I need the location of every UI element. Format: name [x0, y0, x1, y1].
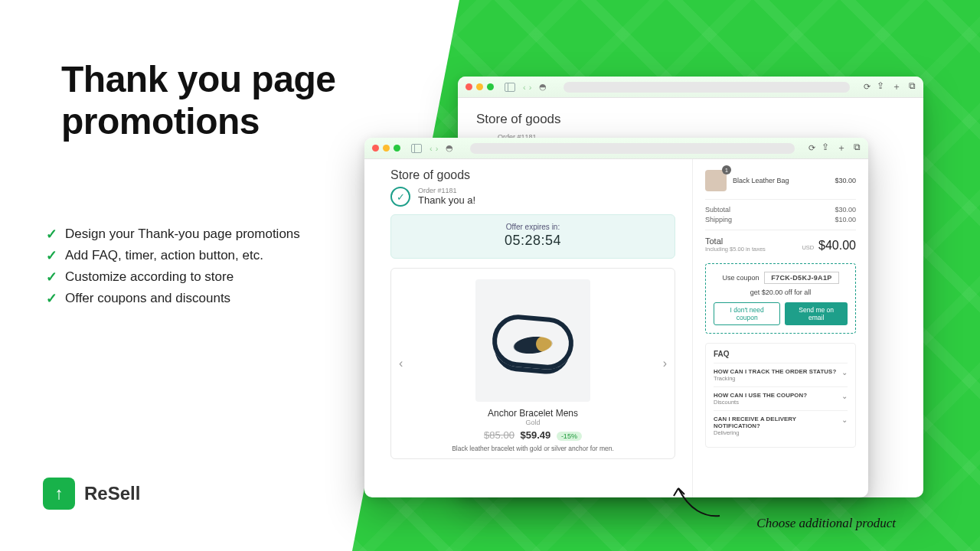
coupon-box: Use coupon F7CK-D5KJ-9A1P get $20.00 off…	[705, 263, 856, 334]
browser-chrome: ‹› ◓ ⟳ ⇪ ＋ ⧉	[364, 138, 868, 159]
carousel-next-icon[interactable]: ›	[658, 352, 671, 375]
coupon-code[interactable]: F7CK-D5KJ-9A1P	[764, 272, 838, 284]
faq-question: HOW CAN I USE THE COUPON?	[714, 392, 807, 399]
subtotal-value: $30.00	[835, 206, 856, 214]
total-row: Total Including $5.00 in taxes USD $40.0…	[705, 236, 856, 253]
sidebar-toggle-icon[interactable]	[505, 83, 515, 92]
headline-line2: promotions	[61, 101, 260, 142]
subtotal-label: Subtotal	[705, 206, 730, 214]
product-price: $85.00 $59.49 -15%	[397, 429, 668, 441]
traffic-lights[interactable]	[466, 83, 494, 90]
faq-item[interactable]: CAN I RECEIVE A DELIVERY NOTIFICATION? D…	[714, 410, 848, 441]
cart-qty-badge: 1	[722, 165, 731, 174]
bullet-row: ✓ Add FAQ, timer, action button, etc.	[46, 248, 300, 263]
offer-label: Offer expires in:	[391, 223, 675, 231]
cart-line-item: 1 Black Leather Bag $30.00	[705, 170, 856, 191]
faq-heading: FAQ	[714, 350, 848, 358]
currency-code: USD	[802, 244, 814, 251]
sidebar-toggle-icon[interactable]	[411, 144, 422, 153]
check-icon: ✓	[46, 292, 57, 305]
faq-item[interactable]: HOW CAN I TRACK THE ORDER STATUS? Tracki…	[714, 363, 848, 386]
nav-arrows[interactable]: ‹›	[428, 144, 439, 153]
new-tab-icon[interactable]: ＋	[837, 142, 846, 155]
faq-question: CAN I RECEIVE A DELIVERY NOTIFICATION?	[714, 416, 841, 429]
tax-note: Including $5.00 in taxes	[705, 246, 766, 253]
bullet-text: Customize according to store	[65, 269, 234, 285]
order-summary: 1 Black Leather Bag $30.00 Subtotal $30.…	[692, 159, 868, 497]
offer-timer: 05:28:54	[391, 233, 675, 249]
coupon-decline-button[interactable]: I don't need coupon	[714, 302, 780, 325]
shipping-value: $10.00	[835, 216, 856, 223]
chevron-down-icon: ⌄	[841, 392, 848, 400]
url-bar[interactable]	[470, 143, 795, 154]
faq-section: FAQ HOW CAN I TRACK THE ORDER STATUS? Tr…	[705, 343, 856, 448]
faq-item[interactable]: HOW CAN I USE THE COUPON? Discounts ⌄	[714, 386, 848, 410]
tabs-icon[interactable]: ⧉	[854, 142, 861, 155]
browser-chrome: ‹› ◓ ⟳ ⇪ ＋ ⧉	[458, 77, 923, 98]
bullet-row: ✓ Design your Thank-you page promotions	[46, 227, 300, 242]
product-image	[475, 279, 590, 402]
bullet-row: ✓ Customize according to store	[46, 269, 300, 285]
carousel-prev-icon[interactable]: ‹	[394, 352, 407, 375]
brand-name: ReSell	[84, 483, 140, 504]
price-old: $85.00	[484, 429, 514, 441]
order-number: Order #1181	[418, 187, 475, 195]
brand-glyph: ↑	[55, 484, 64, 504]
offer-timer-box: Offer expires in: 05:28:54	[390, 214, 675, 259]
url-bar[interactable]	[564, 82, 850, 93]
product-variant: Gold	[397, 419, 668, 426]
store-name: Store of goods	[390, 168, 675, 182]
thank-you-message: Thank you a!	[418, 194, 475, 206]
faq-category: Delivering	[714, 429, 841, 436]
bullet-text: Offer coupons and discounts	[65, 291, 230, 306]
check-icon: ✓	[46, 249, 57, 262]
tabs-icon[interactable]: ⧉	[909, 80, 916, 93]
promo-slide: Thank you page promotions ✓ Design your …	[0, 0, 980, 551]
share-icon[interactable]: ⇪	[822, 142, 829, 155]
coupon-use-label: Use coupon	[722, 274, 759, 282]
cart-item-thumb: 1	[705, 170, 727, 191]
shield-icon: ◓	[539, 82, 547, 92]
shipping-label: Shipping	[705, 216, 732, 223]
coupon-email-button[interactable]: Send me on email	[785, 302, 848, 325]
page-headline: Thank you page promotions	[61, 58, 335, 142]
faq-question: HOW CAN I TRACK THE ORDER STATUS?	[714, 368, 836, 375]
coupon-get-label: get $20.00 off for all	[714, 289, 848, 296]
upsell-product-card: ‹ › Anchor Bracelet Mens Gold $85.00 $59…	[390, 268, 675, 459]
brand-lockup: ↑ ReSell	[43, 478, 140, 510]
reload-icon[interactable]: ⟳	[864, 82, 871, 92]
nav-arrows[interactable]: ‹›	[521, 83, 533, 92]
chevron-down-icon: ⌄	[841, 368, 848, 377]
chevron-down-icon: ⌄	[841, 416, 848, 424]
shield-icon: ◓	[446, 143, 453, 153]
check-icon: ✓	[46, 270, 57, 284]
share-icon[interactable]: ⇪	[877, 80, 884, 93]
total-label: Total	[705, 236, 766, 246]
brand-logo-icon: ↑	[43, 478, 75, 510]
thankyou-main: Store of goods ✓ Order #1181 Thank you a…	[364, 159, 692, 497]
bullet-text: Design your Thank-you page promotions	[65, 227, 300, 242]
annotation-arrow-icon	[666, 479, 727, 525]
cart-item-name: Black Leather Bag	[733, 177, 828, 184]
headline-line1: Thank you page	[61, 59, 335, 99]
product-title: Anchor Bracelet Mens	[397, 408, 668, 419]
traffic-lights[interactable]	[372, 145, 400, 152]
bullet-text: Add FAQ, timer, action button, etc.	[65, 248, 263, 263]
faq-category: Discounts	[714, 399, 807, 406]
total-amount: $40.00	[818, 239, 856, 252]
check-icon: ✓	[46, 227, 57, 241]
store-name: Store of goods	[476, 112, 905, 127]
browser-window-front: ‹› ◓ ⟳ ⇪ ＋ ⧉ Store of goods ✓ Order #118…	[364, 138, 868, 497]
discount-badge: -15%	[557, 432, 582, 441]
product-description: Black leather bracelet with gold or silv…	[397, 445, 668, 452]
feature-bullets: ✓ Design your Thank-you page promotions …	[46, 227, 300, 312]
new-tab-icon[interactable]: ＋	[892, 80, 901, 93]
bullet-row: ✓ Offer coupons and discounts	[46, 291, 300, 306]
reload-icon[interactable]: ⟳	[808, 143, 815, 153]
price-new: $59.49	[520, 429, 550, 441]
cart-item-price: $30.00	[835, 177, 856, 184]
annotation-text: Choose additional product	[756, 516, 896, 531]
faq-category: Tracking	[714, 375, 836, 382]
success-check-icon: ✓	[390, 187, 410, 207]
